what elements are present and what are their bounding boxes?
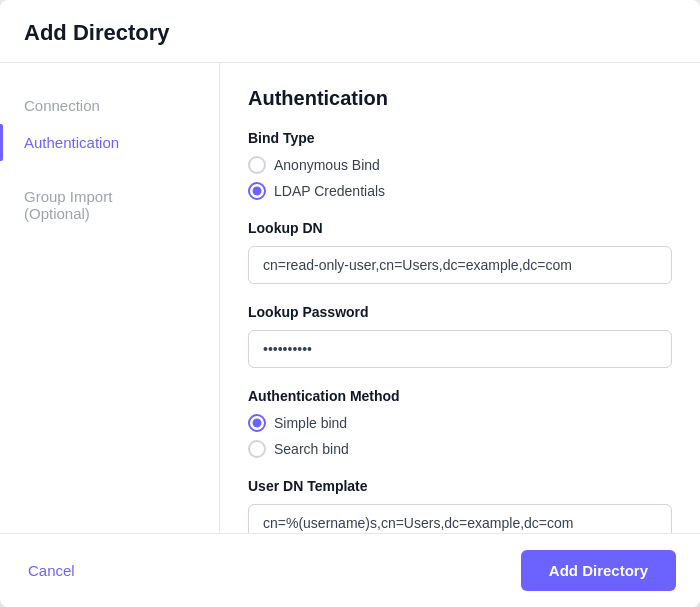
anonymous-bind-option[interactable]: Anonymous Bind [248, 156, 672, 174]
main-content: Authentication Bind Type Anonymous Bind … [220, 63, 700, 533]
cancel-button[interactable]: Cancel [24, 554, 79, 587]
anonymous-bind-label: Anonymous Bind [274, 157, 380, 173]
search-bind-option[interactable]: Search bind [248, 440, 672, 458]
ldap-credentials-radio[interactable] [248, 182, 266, 200]
bind-type-group: Bind Type Anonymous Bind LDAP Credential… [248, 130, 672, 200]
lookup-dn-group: Lookup DN [248, 220, 672, 284]
ldap-credentials-option[interactable]: LDAP Credentials [248, 182, 672, 200]
bind-type-radio-group: Anonymous Bind LDAP Credentials [248, 156, 672, 200]
simple-bind-radio[interactable] [248, 414, 266, 432]
lookup-dn-label: Lookup DN [248, 220, 672, 236]
dialog-footer: Cancel Add Directory [0, 533, 700, 607]
dialog-header: Add Directory [0, 0, 700, 63]
simple-bind-label: Simple bind [274, 415, 347, 431]
auth-method-radio-group: Simple bind Search bind [248, 414, 672, 458]
lookup-password-input[interactable] [248, 330, 672, 368]
bind-type-label: Bind Type [248, 130, 672, 146]
sidebar-item-group-import[interactable]: Group Import (Optional) [0, 161, 219, 232]
sidebar-item-connection[interactable]: Connection [0, 87, 219, 124]
sidebar-item-authentication[interactable]: Authentication [0, 124, 219, 161]
dialog-title: Add Directory [24, 20, 676, 46]
user-dn-template-label: User DN Template [248, 478, 672, 494]
user-dn-template-group: User DN Template [248, 478, 672, 533]
search-bind-label: Search bind [274, 441, 349, 457]
user-dn-template-input[interactable] [248, 504, 672, 533]
section-title: Authentication [248, 87, 672, 110]
dialog-body: Connection Authentication Group Import (… [0, 63, 700, 533]
sidebar: Connection Authentication Group Import (… [0, 63, 220, 533]
simple-bind-option[interactable]: Simple bind [248, 414, 672, 432]
add-directory-dialog: Add Directory Connection Authentication … [0, 0, 700, 607]
ldap-credentials-label: LDAP Credentials [274, 183, 385, 199]
auth-method-group: Authentication Method Simple bind Search… [248, 388, 672, 458]
search-bind-radio[interactable] [248, 440, 266, 458]
lookup-password-group: Lookup Password [248, 304, 672, 368]
lookup-dn-input[interactable] [248, 246, 672, 284]
lookup-password-label: Lookup Password [248, 304, 672, 320]
add-directory-button[interactable]: Add Directory [521, 550, 676, 591]
auth-method-label: Authentication Method [248, 388, 672, 404]
anonymous-bind-radio[interactable] [248, 156, 266, 174]
